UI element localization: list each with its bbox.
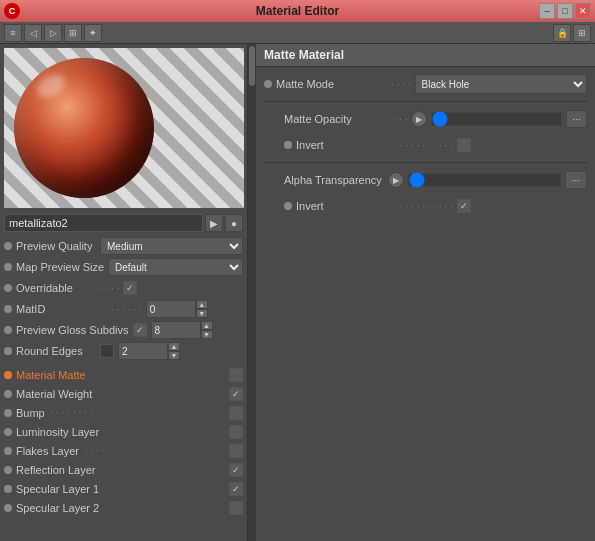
- scrollbar-thumb[interactable]: [249, 46, 255, 86]
- invert1-checkbox[interactable]: [457, 138, 471, 152]
- list-item[interactable]: Flakes Layer · · · ·: [4, 441, 243, 460]
- gloss-checkbox[interactable]: ✓: [133, 323, 147, 337]
- specular1-label: Specular Layer 1: [16, 483, 99, 495]
- toolbar-icon-next[interactable]: ▷: [44, 24, 62, 42]
- material-weight-check[interactable]: ✓: [229, 387, 243, 401]
- bump-dot: [4, 409, 12, 417]
- gloss-down[interactable]: ▼: [201, 330, 213, 339]
- gloss-input[interactable]: [151, 321, 201, 339]
- matte-opacity-connect-button[interactable]: ▶: [411, 111, 426, 127]
- matte-opacity-row: Matte Opacity · · · · ▶ ···: [264, 108, 587, 130]
- gloss-spinner: ▲ ▼: [201, 321, 213, 339]
- overridable-label: Overridable: [16, 282, 96, 294]
- gloss-label: Preview Gloss Subdivs: [16, 324, 129, 336]
- map-preview-select[interactable]: Default 64 128: [108, 258, 243, 276]
- specular1-dot: [4, 485, 12, 493]
- matid-spinner-group: ▲ ▼: [146, 300, 208, 318]
- reflection-dot: [4, 466, 12, 474]
- divider-1: [264, 101, 587, 102]
- specular2-check[interactable]: [229, 501, 243, 515]
- minimize-button[interactable]: –: [539, 3, 555, 19]
- toolbar-icon-grid[interactable]: ⊞: [64, 24, 82, 42]
- overridable-dot: [4, 284, 12, 292]
- matid-label: MatID: [16, 303, 96, 315]
- round-edges-up[interactable]: ▲: [168, 342, 180, 351]
- luminosity-label: Luminosity Layer: [16, 426, 99, 438]
- gloss-row: Preview Gloss Subdivs ✓ ▲ ▼: [4, 320, 243, 340]
- name-arrow-button[interactable]: ▶: [205, 214, 223, 232]
- bump-check[interactable]: [229, 406, 243, 420]
- round-edges-input[interactable]: [118, 342, 168, 360]
- list-item[interactable]: Specular Layer 2: [4, 498, 243, 517]
- flakes-check[interactable]: [229, 444, 243, 458]
- matte-opacity-dots: · · · ·: [388, 114, 407, 125]
- reflection-check[interactable]: ✓: [229, 463, 243, 477]
- maximize-button[interactable]: □: [557, 3, 573, 19]
- close-button[interactable]: ✕: [575, 3, 591, 19]
- map-preview-row: Map Preview Size Default 64 128: [4, 257, 243, 277]
- matid-input[interactable]: [146, 300, 196, 318]
- toolbar: ≡ ◁ ▷ ⊞ ✦ 🔒 ⊞: [0, 22, 595, 44]
- alpha-transparency-slider[interactable]: [408, 173, 561, 187]
- round-edges-spinner: ▲ ▼: [168, 342, 180, 360]
- invert1-dots: · · · · · · · · · ·: [400, 140, 453, 151]
- invert2-checkbox[interactable]: ✓: [457, 199, 471, 213]
- left-scrollbar[interactable]: [248, 44, 256, 541]
- round-edges-down[interactable]: ▼: [168, 351, 180, 360]
- preview-area: [4, 48, 244, 208]
- alpha-transparency-more-button[interactable]: ···: [565, 171, 587, 189]
- matte-mode-dot: [264, 80, 272, 88]
- matte-opacity-label: Matte Opacity: [284, 113, 384, 125]
- luminosity-check[interactable]: [229, 425, 243, 439]
- list-item[interactable]: Specular Layer 1 ✓: [4, 479, 243, 498]
- divider-2: [264, 162, 587, 163]
- matid-up[interactable]: ▲: [196, 300, 208, 309]
- invert2-dots: · · · · · · · · · ·: [400, 201, 453, 212]
- preview-quality-label: Preview Quality: [16, 240, 96, 252]
- list-item[interactable]: Reflection Layer ✓: [4, 460, 243, 479]
- layer-list: Material Matte Material Weight ✓ Bump · …: [0, 365, 247, 517]
- preview-quality-select[interactable]: Medium Low High: [100, 237, 243, 255]
- matte-opacity-more-button[interactable]: ···: [566, 110, 587, 128]
- matid-row: MatID · · · · · · · · ▲ ▼: [4, 299, 243, 319]
- flakes-dot: [4, 447, 12, 455]
- main-content: ▶ ● Preview Quality Medium Low High Map …: [0, 44, 595, 541]
- toolbar-icon-lock[interactable]: 🔒: [553, 24, 571, 42]
- invert2-row: Invert · · · · · · · · · · ✓: [264, 195, 587, 217]
- matid-down[interactable]: ▼: [196, 309, 208, 318]
- material-name-input[interactable]: [4, 214, 203, 232]
- matte-mode-dots: · · · · · ·: [380, 79, 411, 90]
- toolbar-icon-prev[interactable]: ◁: [24, 24, 42, 42]
- toolbar-icon-add[interactable]: ⊞: [573, 24, 591, 42]
- list-item[interactable]: Material Weight ✓: [4, 384, 243, 403]
- overridable-checkbox[interactable]: ✓: [123, 281, 137, 295]
- window-controls: – □ ✕: [539, 3, 591, 19]
- toolbar-icon-menu[interactable]: ≡: [4, 24, 22, 42]
- name-row: ▶ ●: [0, 212, 247, 234]
- invert1-dot: [284, 141, 292, 149]
- specular2-label: Specular Layer 2: [16, 502, 99, 514]
- material-matte-check[interactable]: [229, 368, 243, 382]
- window-title: Material Editor: [256, 4, 339, 18]
- specular1-check[interactable]: ✓: [229, 482, 243, 496]
- list-item[interactable]: Material Matte: [4, 365, 243, 384]
- app-icon: C: [4, 3, 20, 19]
- toolbar-icon-star[interactable]: ✦: [84, 24, 102, 42]
- flakes-label: Flakes Layer: [16, 445, 79, 457]
- invert1-label: Invert: [296, 139, 396, 151]
- matte-mode-select[interactable]: Black Hole Matte None: [415, 74, 587, 94]
- bump-label: Bump: [16, 407, 45, 419]
- right-panel-properties: Matte Mode · · · · · · Black Hole Matte …: [256, 67, 595, 223]
- round-edges-checkbox[interactable]: [100, 344, 114, 358]
- alpha-transparency-label: Alpha Transparency: [284, 174, 384, 186]
- invert1-row: Invert · · · · · · · · · ·: [264, 134, 587, 156]
- gloss-dot: [4, 326, 12, 334]
- matte-opacity-slider[interactable]: [431, 112, 562, 126]
- app-icon-area: C: [4, 3, 20, 19]
- name-options-button[interactable]: ●: [225, 214, 243, 232]
- list-item[interactable]: Bump · · · · · · · ·: [4, 403, 243, 422]
- alpha-transparency-connect-button[interactable]: ▶: [388, 172, 404, 188]
- right-panel-title: Matte Material: [256, 44, 595, 67]
- gloss-up[interactable]: ▲: [201, 321, 213, 330]
- list-item[interactable]: Luminosity Layer: [4, 422, 243, 441]
